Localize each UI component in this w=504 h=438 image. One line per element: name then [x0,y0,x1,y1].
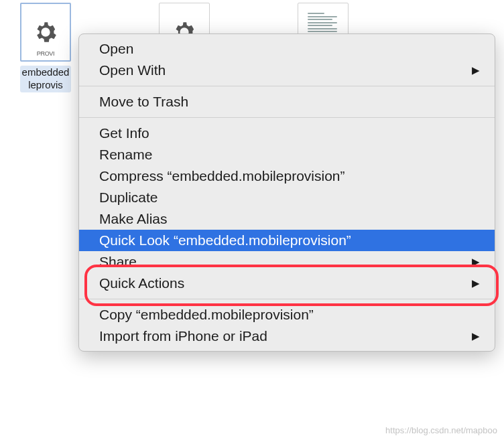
file-label: embedded leprovis [20,66,72,92]
menu-quick-actions[interactable]: Quick Actions ▶ [79,273,495,294]
menu-compress[interactable]: Compress “embedded.mobileprovision” [79,165,495,187]
menu-label: Share [99,254,137,270]
menu-label: Copy “embedded.mobileprovision” [99,307,314,323]
menu-label: Make Alias [99,211,168,227]
menu-rename[interactable]: Rename [79,144,495,165]
file-embedded-mobileprovision[interactable]: PROVI embedded leprovis [12,3,79,92]
menu-label: Open [99,41,133,57]
context-menu: Open Open With ▶ Move to Trash Get Info … [78,33,495,352]
menu-quick-look[interactable]: Quick Look “embedded.mobileprovision” [79,230,495,251]
provision-file-icon: PROVI [20,3,71,62]
menu-label: Duplicate [99,190,158,206]
chevron-right-icon: ▶ [472,277,480,289]
menu-copy[interactable]: Copy “embedded.mobileprovision” [79,304,495,325]
menu-label: Move to Trash [99,94,188,110]
menu-label: Compress “embedded.mobileprovision” [99,168,345,184]
menu-open-with[interactable]: Open With ▶ [79,60,495,81]
chevron-right-icon: ▶ [472,64,480,76]
watermark-text: https://blog.csdn.net/mapboo [385,425,497,435]
menu-make-alias[interactable]: Make Alias [79,208,495,230]
menu-separator [79,299,495,299]
menu-label: Open With [99,62,166,78]
menu-label: Quick Actions [99,275,184,291]
menu-import-from[interactable]: Import from iPhone or iPad ▶ [79,325,495,347]
menu-separator [79,117,495,118]
menu-label: Import from iPhone or iPad [99,328,267,344]
chevron-right-icon: ▶ [472,256,480,268]
menu-label: Quick Look “embedded.mobileprovision” [99,232,351,248]
menu-open[interactable]: Open [79,38,495,60]
menu-label: Get Info [99,125,149,141]
finder-desktop: PROVI embedded leprovis PROV Open Open W… [0,0,504,438]
menu-separator [79,86,495,86]
gear-icon [32,19,59,46]
menu-move-to-trash[interactable]: Move to Trash [79,91,495,113]
chevron-right-icon: ▶ [472,330,480,342]
menu-label: Rename [99,147,152,163]
menu-duplicate[interactable]: Duplicate [79,187,495,208]
file-badge: PROVI [37,50,55,57]
menu-share[interactable]: Share ▶ [79,251,495,273]
menu-get-info[interactable]: Get Info [79,123,495,144]
